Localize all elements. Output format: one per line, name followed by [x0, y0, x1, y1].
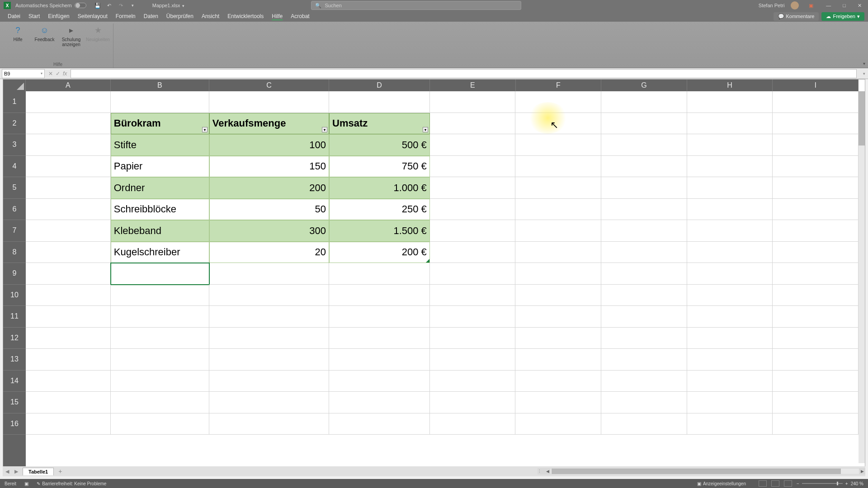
cell-A14[interactable] — [26, 371, 111, 392]
cell-F5[interactable] — [515, 177, 601, 199]
cell-H1[interactable] — [687, 91, 773, 113]
cell-E3[interactable] — [430, 134, 516, 156]
cell-F15[interactable] — [515, 392, 601, 413]
cell-H3[interactable] — [687, 134, 773, 156]
filter-icon[interactable]: ▾ — [202, 127, 208, 132]
cell-E1[interactable] — [430, 91, 516, 113]
cell-A9[interactable] — [26, 263, 111, 285]
vscroll-thumb[interactable] — [859, 91, 865, 145]
cell-B2[interactable]: Bürokram▾ — [111, 113, 209, 135]
tab-seitenlayout[interactable]: Seitenlayout — [74, 11, 112, 21]
cell-I2[interactable] — [773, 113, 859, 135]
cell-E15[interactable] — [430, 392, 516, 413]
col-header-B[interactable]: B — [111, 80, 209, 91]
row-header-10[interactable]: 10 — [3, 285, 26, 306]
zoom-slider[interactable] — [802, 483, 843, 484]
col-header-G[interactable]: G — [601, 80, 687, 91]
view-pagebreak-icon[interactable] — [784, 480, 792, 487]
cell-I8[interactable] — [773, 242, 859, 263]
cell-B10[interactable] — [111, 285, 209, 306]
display-settings[interactable]: ▣ Anzeigeeinstellungen — [697, 481, 746, 486]
col-header-F[interactable]: F — [516, 80, 602, 91]
macro-record-icon[interactable]: ▣ — [24, 481, 28, 486]
cell-E6[interactable] — [430, 199, 516, 221]
row-header-8[interactable]: 8 — [3, 242, 26, 263]
cell-G13[interactable] — [601, 349, 687, 371]
cell-D10[interactable] — [329, 285, 430, 306]
cell-E10[interactable] — [430, 285, 516, 306]
cell-H15[interactable] — [687, 392, 773, 413]
cell-B5[interactable]: Ordner — [111, 177, 209, 199]
select-all-cell[interactable] — [3, 80, 26, 91]
cell-I16[interactable] — [773, 413, 859, 435]
cell-A4[interactable] — [26, 156, 111, 178]
hscroll-thumb[interactable] — [552, 469, 841, 474]
formula-input[interactable] — [71, 69, 857, 78]
cell-F13[interactable] — [515, 349, 601, 371]
cell-I3[interactable] — [773, 134, 859, 156]
cell-F11[interactable] — [515, 306, 601, 328]
ribbon-schulung[interactable]: ▸Schulung anzeigen — [59, 23, 84, 47]
cell-A2[interactable] — [26, 113, 111, 135]
row-header-13[interactable]: 13 — [3, 349, 26, 371]
horizontal-scrollbar[interactable]: ⋮ ◀ ▶ — [538, 468, 865, 474]
cell-E14[interactable] — [430, 371, 516, 392]
cell-C4[interactable]: 150 — [209, 156, 329, 178]
zoom-out-icon[interactable]: − — [797, 481, 799, 486]
cell-D14[interactable] — [329, 371, 430, 392]
cell-C3[interactable]: 100 — [209, 134, 329, 156]
vertical-scrollbar[interactable] — [859, 91, 865, 463]
cell-A13[interactable] — [26, 349, 111, 371]
row-header-16[interactable]: 16 — [3, 413, 26, 435]
cell-H5[interactable] — [687, 177, 773, 199]
cell-B3[interactable]: Stifte — [111, 134, 209, 156]
cell-C12[interactable] — [209, 328, 329, 349]
cell-E9[interactable] — [430, 263, 516, 285]
cell-A8[interactable] — [26, 242, 111, 263]
zoom-value[interactable]: 240 % — [851, 481, 863, 486]
fx-icon[interactable]: fx — [63, 70, 67, 77]
autosave-toggle[interactable] — [75, 3, 86, 8]
cell-I14[interactable] — [773, 371, 859, 392]
cell-B9[interactable] — [111, 263, 209, 285]
cell-F6[interactable] — [515, 199, 601, 221]
tab-ansicht[interactable]: Ansicht — [198, 11, 223, 21]
cell-B6[interactable]: Schreibblöcke — [111, 199, 209, 221]
row-header-14[interactable]: 14 — [3, 371, 26, 392]
row-header-4[interactable]: 4 — [3, 156, 26, 178]
cell-F3[interactable] — [515, 134, 601, 156]
cell-A3[interactable] — [26, 134, 111, 156]
cell-C2[interactable]: Verkaufsmenge▾ — [209, 113, 329, 135]
add-sheet-button[interactable]: + — [58, 468, 62, 475]
row-header-3[interactable]: 3 — [3, 134, 26, 156]
cell-I15[interactable] — [773, 392, 859, 413]
view-layout-icon[interactable] — [771, 480, 779, 487]
notification-icon[interactable]: ▣ — [807, 1, 815, 9]
cell-C10[interactable] — [209, 285, 329, 306]
username[interactable]: Stefan Petri — [759, 3, 784, 8]
cell-E8[interactable] — [430, 242, 516, 263]
cell-E12[interactable] — [430, 328, 516, 349]
tab-start[interactable]: Start — [24, 11, 44, 21]
cell-I12[interactable] — [773, 328, 859, 349]
cell-B8[interactable]: Kugelschreiber — [111, 242, 209, 263]
cell-H10[interactable] — [687, 285, 773, 306]
cell-I13[interactable] — [773, 349, 859, 371]
zoom-in-icon[interactable]: + — [845, 481, 848, 486]
cell-D9[interactable] — [329, 263, 430, 285]
cell-H7[interactable] — [687, 220, 773, 242]
cell-D5[interactable]: 1.000 € — [329, 177, 430, 199]
cell-A16[interactable] — [26, 413, 111, 435]
cell-D13[interactable] — [329, 349, 430, 371]
cell-D11[interactable] — [329, 306, 430, 328]
cell-B14[interactable] — [111, 371, 209, 392]
cell-B16[interactable] — [111, 413, 209, 435]
cell-H2[interactable] — [687, 113, 773, 135]
tab-datei[interactable]: Datei — [4, 11, 24, 21]
undo-icon[interactable]: ↶ — [105, 1, 113, 9]
cell-A1[interactable] — [26, 91, 111, 113]
cell-C9[interactable] — [209, 263, 329, 285]
cell-G5[interactable] — [601, 177, 687, 199]
col-header-I[interactable]: I — [773, 80, 859, 91]
cell-I6[interactable] — [773, 199, 859, 221]
